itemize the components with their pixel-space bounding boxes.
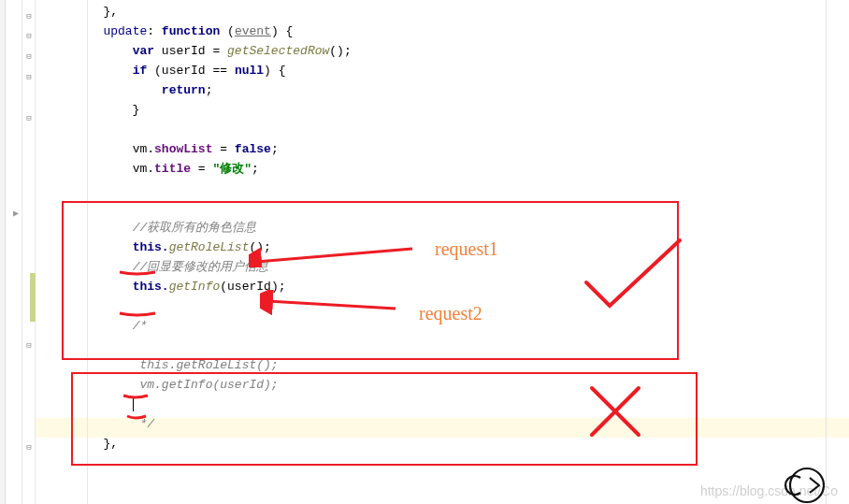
fold-icon[interactable]: ⊟ bbox=[24, 443, 34, 453]
fold-icon[interactable]: ⊟ bbox=[24, 32, 34, 41]
annotation-box-2 bbox=[71, 372, 698, 466]
play-icon[interactable]: ▶ bbox=[13, 208, 19, 219]
code-line: vm.showList = false; bbox=[45, 139, 849, 159]
code-line: var userId = getSelectedRow(); bbox=[45, 41, 849, 61]
code-line: update: function (event) { bbox=[45, 22, 849, 41]
watermark-logo bbox=[755, 467, 840, 504]
code-line: }, bbox=[45, 2, 849, 22]
gutter-icons bbox=[6, 0, 22, 504]
code-line: } bbox=[45, 100, 849, 120]
code-line bbox=[45, 179, 849, 198]
code-line: return; bbox=[45, 80, 849, 100]
fold-icon[interactable]: ⊟ bbox=[24, 341, 34, 351]
fold-icon[interactable]: ⊟ bbox=[24, 114, 34, 123]
right-border bbox=[826, 0, 827, 504]
code-line: vm.title = "修改"; bbox=[45, 159, 849, 179]
annotation-label: request1 bbox=[435, 238, 498, 260]
annotation-box-1 bbox=[62, 201, 679, 360]
fold-icon[interactable]: ⊟ bbox=[24, 52, 34, 62]
code-line: if (userId == null) { bbox=[45, 61, 849, 80]
code-line bbox=[45, 120, 849, 139]
gutter[interactable]: ⊟ ⊟ ⊟ ⊟ ⊟ ⊟ ⊟ ▶ bbox=[6, 0, 36, 504]
fold-icon[interactable]: ⊟ bbox=[24, 73, 34, 82]
fold-area: ⊟ ⊟ ⊟ ⊟ ⊟ ⊟ ⊟ bbox=[22, 0, 36, 504]
annotation-label: request2 bbox=[419, 303, 482, 324]
fold-icon[interactable]: ⊟ bbox=[24, 12, 34, 22]
